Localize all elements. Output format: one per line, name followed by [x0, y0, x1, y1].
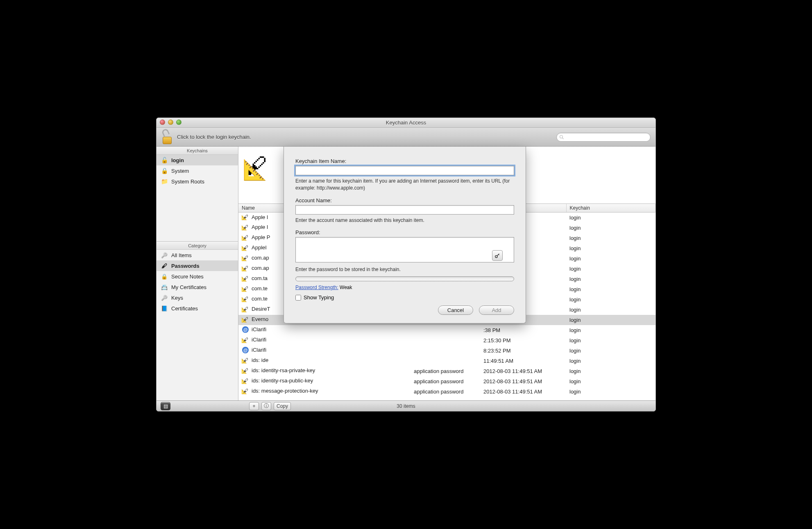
- keychain-system-roots[interactable]: System Roots: [157, 176, 238, 187]
- account-name-input[interactable]: [295, 205, 514, 215]
- svg-line-1: [563, 138, 564, 139]
- category-secure-notes[interactable]: Secure Notes: [157, 271, 238, 282]
- category-my-certificates[interactable]: My Certificates: [157, 282, 238, 292]
- row-name: Apple I: [252, 224, 268, 230]
- lock-icon: [161, 167, 168, 174]
- category-keys[interactable]: Keys: [157, 292, 238, 303]
- sidebar-item-label: All Items: [171, 252, 192, 258]
- row-keychain: login: [566, 294, 655, 305]
- password-strength-value: Weak: [340, 285, 352, 290]
- app-icon: [242, 377, 249, 384]
- sidebar-item-label: System: [171, 168, 189, 174]
- add-button[interactable]: Add: [479, 305, 514, 315]
- keychain-login[interactable]: login: [157, 155, 238, 165]
- row-kind: [411, 335, 480, 346]
- password-generator-button[interactable]: [492, 250, 503, 261]
- copy-button[interactable]: Copy: [274, 402, 291, 410]
- show-typing-label: Show Typing: [304, 294, 334, 301]
- item-name-hint: Enter a name for this keychain item. If …: [295, 178, 514, 192]
- table-row[interactable]: iClarifi2:15:30 PMlogin: [238, 335, 655, 346]
- row-date: :38 PM: [480, 325, 566, 335]
- info-button[interactable]: ⓘ: [261, 402, 271, 410]
- table-row[interactable]: iClarifi8:23:52 PMlogin: [238, 346, 655, 356]
- category-passwords[interactable]: Passwords: [157, 260, 238, 271]
- zoom-button[interactable]: [176, 120, 181, 125]
- close-button[interactable]: [160, 120, 165, 125]
- account-name-hint: Enter the account name associated with t…: [295, 217, 514, 224]
- app-icon: [242, 254, 249, 262]
- category-certificates[interactable]: Certificates: [157, 303, 238, 314]
- row-keychain: login: [566, 253, 655, 264]
- row-date: 2012-08-03 11:49:51 AM: [480, 387, 566, 397]
- key-icon: [494, 253, 500, 258]
- row-date: 2012-08-03 11:49:51 AM: [480, 376, 566, 387]
- row-keychain: login: [566, 387, 655, 397]
- lock-icon[interactable]: [161, 130, 173, 144]
- row-keychain: login: [566, 366, 655, 376]
- row-name: ids: message-protection-key: [252, 388, 318, 394]
- app-icon: [242, 264, 249, 272]
- app-icon: [242, 244, 249, 251]
- row-date: 2012-08-03 11:49:51 AM: [480, 366, 566, 376]
- row-kind: application password: [411, 387, 480, 397]
- col-keychain[interactable]: Keychain: [566, 204, 655, 213]
- row-keychain: login: [566, 346, 655, 356]
- search-field[interactable]: [556, 133, 651, 142]
- at-icon: [242, 326, 249, 333]
- app-icon: [242, 305, 249, 313]
- table-row[interactable]: iClarifi:38 PMlogin: [238, 325, 655, 335]
- sidebar-item-label: Certificates: [171, 305, 198, 312]
- sidebar-item-label: Passwords: [171, 263, 200, 269]
- account-name-label: Account Name:: [295, 197, 514, 203]
- password-hint: Enter the password to be stored in the k…: [295, 266, 514, 273]
- titlebar: Keychain Access: [157, 118, 655, 128]
- sidebar-item-label: System Roots: [171, 179, 204, 185]
- add-item-button[interactable]: +: [249, 402, 259, 410]
- add-item-sheet: Keychain Item Name: Enter a name for thi…: [284, 147, 526, 323]
- app-icon: [242, 357, 249, 364]
- keychain-system[interactable]: System: [157, 165, 238, 176]
- toggle-detail-button[interactable]: ▤: [161, 402, 170, 410]
- row-name: ids: identity-rsa-private-key: [252, 367, 315, 373]
- search-input[interactable]: [566, 134, 648, 140]
- sidebar-item-label: My Certificates: [171, 284, 206, 290]
- keychain-access-window: Keychain Access Click to lock the login …: [156, 118, 656, 411]
- table-row[interactable]: ids: identity-rsa-public-keyapplication …: [238, 376, 655, 387]
- minimize-button[interactable]: [168, 120, 173, 125]
- show-typing-checkbox[interactable]: [295, 295, 301, 301]
- password-input[interactable]: [295, 237, 514, 262]
- cancel-button[interactable]: Cancel: [438, 305, 473, 315]
- table-row[interactable]: ids: ide11:49:51 AMlogin: [238, 356, 655, 366]
- row-keychain: login: [566, 233, 655, 243]
- row-keychain: login: [566, 315, 655, 325]
- traffic-lights: [160, 120, 181, 125]
- key-icon: [161, 251, 168, 259]
- app-icon: [242, 367, 249, 374]
- row-kind: [411, 325, 480, 335]
- table-row[interactable]: ids: message-protection-keyapplication p…: [238, 387, 655, 397]
- brush-icon: [161, 262, 168, 269]
- password-strength-link[interactable]: Password Strength:: [295, 285, 338, 290]
- row-kind: [411, 356, 480, 366]
- item-name-input[interactable]: [295, 166, 514, 175]
- app-icon: [242, 387, 249, 395]
- main-area: Name Kind Date Modified Keychain Apple I…: [238, 147, 655, 400]
- row-keychain: login: [566, 325, 655, 335]
- row-name: com.ap: [252, 265, 269, 271]
- note-icon: [161, 273, 168, 280]
- row-date: 8:23:52 PM: [480, 346, 566, 356]
- search-icon: [559, 135, 564, 140]
- table-row[interactable]: ids: identity-rsa-private-keyapplication…: [238, 366, 655, 376]
- row-name: Apple I: [252, 214, 268, 220]
- row-name: iClarifi: [252, 347, 266, 353]
- app-icon: [244, 152, 274, 182]
- category-heading: Category: [157, 242, 238, 250]
- sidebar-item-label: Keys: [171, 295, 183, 301]
- row-kind: application password: [411, 376, 480, 387]
- sidebar: Keychains login System System Roots Cate…: [157, 147, 238, 400]
- unlock-icon: [161, 156, 168, 164]
- category-all-items[interactable]: All Items: [157, 250, 238, 260]
- row-name: com.ta: [252, 275, 268, 281]
- row-keychain: login: [566, 376, 655, 387]
- row-date: 11:49:51 AM: [480, 356, 566, 366]
